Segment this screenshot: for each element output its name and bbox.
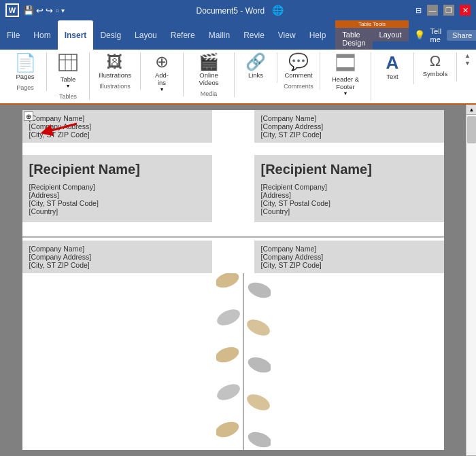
right-recipient-postal: [City, ST Postal Code] [261,199,437,207]
right-address-3: [Company Address] [261,253,437,261]
ribbon-group-symbols: Ω Symbols [414,52,457,82]
ribbon-item-links[interactable]: 🔗 Links [240,52,271,80]
scroll-thumb[interactable] [467,116,476,143]
svg-point-21 [245,354,270,375]
right-address-1: [Company Address] [261,122,437,130]
ribbon-scroll-down[interactable]: ▼ [464,60,471,67]
svg-point-17 [245,279,270,300]
title-bar-controls: ⊟ — ❐ ✕ [415,5,471,16]
vertical-scrollbar: ▲ ▼ [466,105,476,456]
ribbon-group-header-footer: Header &Footer ▾ [320,52,371,101]
right-recipient-address: [Address] [261,191,437,199]
minimize-button[interactable]: — [427,5,438,16]
ribbon-item-table[interactable]: Table ▾ [52,52,84,90]
addins-arrow: ▾ [160,86,163,92]
ribbon-group-illustrations: 🖼 Illustrations Illustrations [90,52,141,90]
left-city-3: [City, ST ZIP Code] [29,261,205,269]
right-company-3: [Company Name] [261,245,437,253]
online-videos-label: OnlineVideos [199,71,219,86]
lightbulb-icon: 💡 [414,30,425,40]
gap-1 [22,143,444,155]
ribbon-collapse-icon[interactable]: ⊟ [415,6,422,15]
svg-rect-5 [337,67,354,71]
table-move-handle[interactable]: ⊕ [24,111,33,121]
right-recipient-country: [Country] [261,207,437,215]
tables-group-label: Tables [59,93,77,100]
ribbon-group-media: 🎬 OnlineVideos Media [184,52,235,97]
online-videos-icon: 🎬 [199,54,219,70]
ribbon-scroll-up[interactable]: ▲ [464,52,471,59]
svg-rect-0 [59,54,77,71]
tab-mailings[interactable]: Mailin [202,20,237,50]
left-recipient-country: [Country] [29,207,205,215]
title-bar-left: W 💾 ↩ ↪ ○ ▾ [5,3,65,17]
ribbon-item-online-videos[interactable]: 🎬 OnlineVideos [189,52,228,88]
addins-icon: ⊕ [155,54,169,70]
right-company-cell-3: [Company Name] [Company Address] [City, … [254,241,444,273]
tab-view[interactable]: View [271,20,303,50]
header-footer-arrow: ▾ [344,90,347,97]
share-button[interactable]: Share [447,30,476,41]
left-company-cell-3: [Company Name] [Company Address] [City, … [22,241,212,273]
tab-table-design[interactable]: Table Design [335,28,372,50]
table-arrow: ▾ [67,83,69,89]
ribbon-group-pages: 📄 Pages Pages [4,52,47,91]
header-footer-label: Header &Footer [332,75,359,90]
comments-group-label: Comments [284,83,313,90]
table-icon [58,54,78,74]
tab-help[interactable]: Help [303,20,333,50]
right-city-1: [City, ST ZIP Code] [261,130,437,139]
ribbon-item-text[interactable]: A Text [377,52,408,82]
tell-me-text[interactable]: Tell me [430,27,442,43]
links-label: Links [248,71,263,79]
center-col-1 [212,110,254,143]
ribbon-item-pages[interactable]: 📄 Pages [10,52,41,82]
right-recipient-company: [Recipient Company] [261,183,437,191]
right-recipient-name: [Recipient Name] [261,162,437,177]
restore-button[interactable]: ❐ [443,5,454,16]
word-online-icon: 🌐 [272,5,284,16]
svg-point-24 [216,419,241,440]
section1-table: [Company Name] [Company Address] [City, … [22,110,444,143]
ribbon-right-controls: 💡 Tell me Share [409,20,476,50]
pages-icon: 📄 [14,54,36,71]
left-recipient-company: [Recipient Company] [29,183,205,191]
tab-design[interactable]: Desig [93,20,128,50]
tab-file[interactable]: File [0,20,27,50]
ribbon-content: 📄 Pages Pages Table ▾ Tables [0,50,476,105]
tab-review[interactable]: Revie [237,20,271,50]
ribbon-item-addins[interactable]: ⊕ Add-ins ▾ [146,52,177,94]
tab-home[interactable]: Hom [27,20,57,50]
ribbon-item-illustrations[interactable]: 🖼 Illustrations [95,52,135,80]
scroll-up-button[interactable]: ▲ [466,105,476,115]
illustrations-icon: 🖼 [107,54,123,70]
center-col-2 [212,155,254,222]
table-label: Table [61,75,76,83]
repeat-icon[interactable]: ○ [55,7,59,14]
ribbon-group-addins: ⊕ Add-ins ▾ [141,52,184,97]
left-recipient-name: [Recipient Name] [29,162,205,177]
ribbon-item-header-footer[interactable]: Header &Footer ▾ [326,52,365,98]
redo-icon[interactable]: ↪ [46,5,53,16]
ribbon-item-symbols[interactable]: Ω Symbols [420,52,451,79]
symbols-label: Symbols [423,70,447,77]
addins-label: Add-ins [155,71,169,86]
svg-rect-4 [337,54,354,58]
svg-point-18 [216,306,243,328]
tab-insert[interactable]: Insert [58,20,94,50]
undo-icon[interactable]: ↩ [36,5,44,16]
tab-layout[interactable]: Layou [128,20,164,50]
ribbon-item-comment[interactable]: 💬 Comment [283,52,314,80]
ribbon-group-comments: 💬 Comment Comments [277,52,320,90]
tab-table-layout[interactable]: Layout [373,28,409,41]
svg-point-19 [244,316,271,338]
text-label: Text [386,73,398,80]
close-button[interactable]: ✕ [460,5,471,16]
ribbon-tabs: File Hom Insert Desig Layou Refere Maili… [0,20,409,50]
tab-references[interactable]: Refere [164,20,202,50]
links-icon: 🔗 [245,54,266,70]
title-bar: W 💾 ↩ ↪ ○ ▾ Document5 - Word 🌐 ⊟ — ❐ ✕ [0,0,476,20]
ribbon-scroll: ▲ ▼ [464,52,472,67]
save-icon[interactable]: 💾 [23,5,34,16]
title-bar-title: Document5 - Word 🌐 [65,5,415,16]
